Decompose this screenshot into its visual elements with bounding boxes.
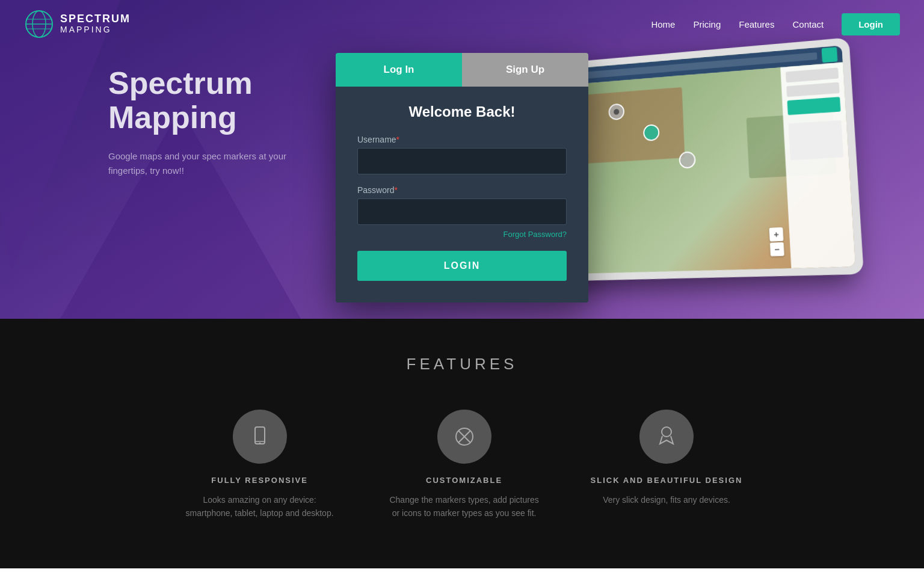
features-grid: FULLY RESPONSIVE Looks amazing on any de… bbox=[0, 410, 924, 520]
modal-body: Welcome Back! Username* Password* Forgot… bbox=[336, 87, 588, 303]
responsive-icon bbox=[233, 410, 287, 464]
username-input[interactable] bbox=[357, 148, 567, 174]
logo: SPECTRUM MAPPING bbox=[24, 9, 131, 39]
features-section: FEATURES FULLY RESPONSIVE Looks amazing … bbox=[0, 319, 924, 568]
design-icon bbox=[639, 410, 694, 464]
login-modal: Log In Sign Up Welcome Back! Username* P… bbox=[336, 53, 588, 303]
feature-responsive: FULLY RESPONSIVE Looks amazing on any de… bbox=[182, 410, 338, 520]
design-name: SLICK AND BEAUTIFUL DESIGN bbox=[591, 476, 743, 485]
nav-features[interactable]: Features bbox=[739, 19, 774, 29]
responsive-name: FULLY RESPONSIVE bbox=[211, 476, 308, 485]
responsive-desc: Looks amazing on any device: smartphone,… bbox=[182, 493, 338, 520]
nav-contact[interactable]: Contact bbox=[792, 19, 824, 29]
username-required: * bbox=[396, 135, 399, 144]
features-title: FEATURES bbox=[0, 355, 924, 373]
nav-links: Home Pricing Features Contact Login bbox=[651, 13, 900, 35]
nav-login-button[interactable]: Login bbox=[842, 13, 900, 35]
feature-design: SLICK AND BEAUTIFUL DESIGN Very slick de… bbox=[591, 410, 743, 520]
header: SPECTRUM MAPPING Home Pricing Features C… bbox=[0, 0, 924, 48]
tab-signup[interactable]: Sign Up bbox=[462, 53, 588, 87]
design-desc: Very slick design, fits any devices. bbox=[603, 493, 730, 506]
nav-home[interactable]: Home bbox=[651, 19, 675, 29]
brand-sub: MAPPING bbox=[60, 25, 131, 34]
modal-tabs: Log In Sign Up bbox=[336, 53, 588, 87]
brand-name: SPECTRUM bbox=[60, 13, 131, 25]
feature-customizable: CUSTOMIZABLE Change the markers types, a… bbox=[386, 410, 543, 520]
password-label: Password* bbox=[357, 185, 567, 195]
customizable-desc: Change the markers types, add pictures o… bbox=[386, 493, 543, 520]
username-label: Username* bbox=[357, 135, 567, 144]
password-input[interactable] bbox=[357, 198, 567, 225]
customizable-name: CUSTOMIZABLE bbox=[426, 476, 502, 485]
nav-pricing[interactable]: Pricing bbox=[693, 19, 721, 29]
forgot-password-link[interactable]: Forgot Password? bbox=[357, 230, 567, 239]
customizable-icon bbox=[437, 410, 491, 464]
tab-login[interactable]: Log In bbox=[336, 53, 462, 87]
logo-text: SPECTRUM MAPPING bbox=[60, 13, 131, 34]
password-required: * bbox=[394, 185, 397, 195]
globe-icon bbox=[24, 9, 54, 39]
login-button[interactable]: LOGIN bbox=[357, 251, 567, 281]
svg-point-7 bbox=[259, 443, 260, 444]
svg-point-11 bbox=[662, 427, 671, 437]
modal-welcome: Welcome Back! bbox=[357, 103, 567, 120]
